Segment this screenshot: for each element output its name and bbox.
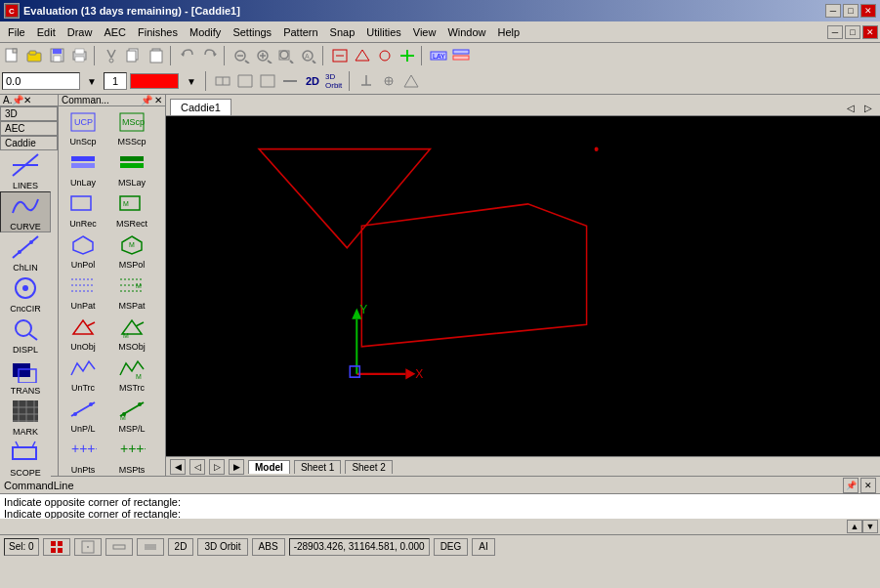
model-tab-model[interactable]: Model — [248, 460, 290, 474]
side-panel2-close[interactable]: ✕ — [154, 95, 162, 105]
menu-pattern[interactable]: Pattern — [277, 24, 323, 40]
menu-settings[interactable]: Settings — [227, 24, 277, 40]
sp-unpol[interactable]: UnPol — [59, 230, 107, 271]
tool-scope[interactable]: SCOPE — [0, 438, 51, 479]
grid-btn[interactable] — [43, 538, 70, 556]
tool-cncir[interactable]: CncCIR — [0, 273, 51, 315]
line-btn[interactable] — [137, 538, 164, 556]
tb-zoom-window[interactable] — [275, 45, 297, 66]
cmdline-scroll-up[interactable]: ▲ — [847, 520, 862, 533]
tb-cut[interactable] — [101, 45, 122, 66]
menu-view[interactable]: View — [407, 24, 442, 40]
tb-copy[interactable] — [123, 45, 145, 66]
sp-unpts[interactable]: ++++ UnPts — [59, 435, 107, 476]
tb-misc4[interactable] — [397, 45, 418, 66]
tab-nav-prev[interactable]: ◁ — [843, 100, 859, 115]
tb-zoom-all[interactable]: A — [298, 45, 319, 66]
tb-layer1[interactable]: LAY — [428, 45, 449, 66]
cmdline-scroll-down[interactable]: ▼ — [862, 520, 878, 533]
menu-edit[interactable]: Edit — [31, 24, 62, 40]
minimize-button[interactable]: ─ — [825, 4, 841, 18]
ortho-btn[interactable] — [105, 538, 133, 556]
side-panel2-pin[interactable]: 📌 — [141, 95, 152, 105]
menu-finishes[interactable]: Finishes — [132, 24, 184, 40]
snap-mode[interactable]: ABS — [252, 538, 285, 556]
model-tab-sheet2[interactable]: Sheet 2 — [345, 460, 392, 474]
sp-unscp[interactable]: UCP UnScp — [59, 106, 107, 147]
sp-mspol[interactable]: M MSPol — [107, 230, 156, 271]
sp-unobj[interactable]: UnObj — [59, 312, 107, 353]
nav-last[interactable]: ▶ — [229, 459, 244, 475]
mode-2d[interactable]: 2D — [168, 538, 194, 556]
nav-prev[interactable]: ◁ — [189, 459, 205, 475]
sp-mspat[interactable]: M MSPat — [107, 271, 156, 312]
tb-paste[interactable] — [146, 45, 167, 66]
tb-redo[interactable] — [199, 45, 221, 66]
sp-mstrc[interactable]: M MSTrc — [107, 353, 156, 394]
tb2-misc2[interactable] — [234, 70, 256, 92]
menu-modify[interactable]: Modify — [184, 24, 227, 40]
sp-mspts[interactable]: ++++ MSPts — [107, 435, 156, 476]
menu-aec[interactable]: AEC — [98, 24, 132, 40]
tb-open[interactable] — [24, 45, 46, 66]
tb-layer2[interactable] — [450, 45, 472, 66]
tab-caddie1[interactable]: Caddie1 — [170, 99, 231, 115]
tb2-snap2[interactable] — [378, 70, 399, 92]
tb-misc2[interactable] — [352, 45, 373, 66]
tab-caddie[interactable]: Caddie — [0, 136, 58, 150]
tb-save[interactable] — [47, 45, 68, 66]
tb-undo[interactable] — [177, 45, 198, 66]
inner-minimize-button[interactable]: ─ — [827, 25, 843, 39]
tb2-misc1[interactable] — [212, 70, 233, 92]
tool-curve[interactable]: CURVE — [0, 191, 51, 232]
snap-grid-btn[interactable] — [74, 538, 102, 556]
sp-msobj[interactable]: M MSObj — [107, 312, 156, 353]
tb-zoom-in[interactable] — [253, 45, 274, 66]
color-indicator[interactable] — [130, 73, 179, 89]
tb2-misc4[interactable] — [279, 70, 301, 92]
left-panel-close[interactable]: ✕ — [23, 95, 31, 105]
sp-unrec[interactable]: UnRec — [59, 189, 107, 230]
tb-misc3[interactable] — [374, 45, 396, 66]
nav-next[interactable]: ▷ — [209, 459, 225, 475]
sp-msscp[interactable]: MScp MSScp — [107, 106, 156, 147]
tool-chlin[interactable]: ChLIN — [0, 232, 51, 273]
sp-unpl[interactable]: UnP/L — [59, 394, 107, 435]
tb2-3dorbit[interactable]: 3D Orbit — [324, 70, 346, 92]
cmdline-close[interactable]: ✕ — [860, 478, 876, 493]
tb2-misc3[interactable] — [257, 70, 278, 92]
sp-mspl[interactable]: M MSP/L — [107, 394, 156, 435]
angle-mode[interactable]: DEG — [434, 538, 469, 556]
tab-aec[interactable]: AEC — [0, 121, 58, 136]
menu-snap[interactable]: Snap — [324, 24, 361, 40]
menu-help[interactable]: Help — [492, 24, 526, 40]
model-tab-sheet1[interactable]: Sheet 1 — [294, 460, 341, 474]
tb-zoom-out[interactable] — [230, 45, 252, 66]
sp-mslay[interactable]: MSLay — [107, 147, 156, 189]
sp-msrect[interactable]: M MSRect — [107, 189, 156, 230]
inner-maximize-button[interactable]: □ — [845, 25, 860, 39]
close-button[interactable]: ✕ — [860, 4, 876, 18]
tab-3d[interactable]: 3D — [0, 106, 58, 121]
menu-draw[interactable]: Draw — [62, 24, 99, 40]
coord-dropdown[interactable]: ▼ — [81, 70, 103, 92]
tool-lines[interactable]: LINES — [0, 150, 51, 191]
nav-first[interactable]: ◀ — [170, 459, 186, 475]
menu-window[interactable]: Window — [441, 24, 491, 40]
color-dropdown[interactable]: ▼ — [181, 70, 202, 92]
inner-close-button[interactable]: ✕ — [862, 25, 878, 39]
ai-mode[interactable]: AI — [472, 538, 494, 556]
left-panel-pin[interactable]: 📌 — [12, 95, 23, 105]
tb2-snap3[interactable] — [400, 70, 422, 92]
tb2-2d[interactable]: 2D — [302, 70, 323, 92]
menu-utilities[interactable]: Utilities — [360, 24, 406, 40]
orbit-3d[interactable]: 3D Orbit — [197, 538, 247, 556]
tb-print[interactable] — [69, 45, 91, 66]
tool-mark[interactable]: MARK — [0, 397, 51, 438]
sp-unpat[interactable]: UnPat — [59, 271, 107, 312]
sp-unlay[interactable]: UnLay — [59, 147, 107, 189]
tool-displ[interactable]: DISPL — [0, 315, 51, 356]
tb2-snap1[interactable] — [356, 70, 377, 92]
tb-new[interactable] — [2, 45, 23, 66]
maximize-button[interactable]: □ — [843, 4, 859, 18]
